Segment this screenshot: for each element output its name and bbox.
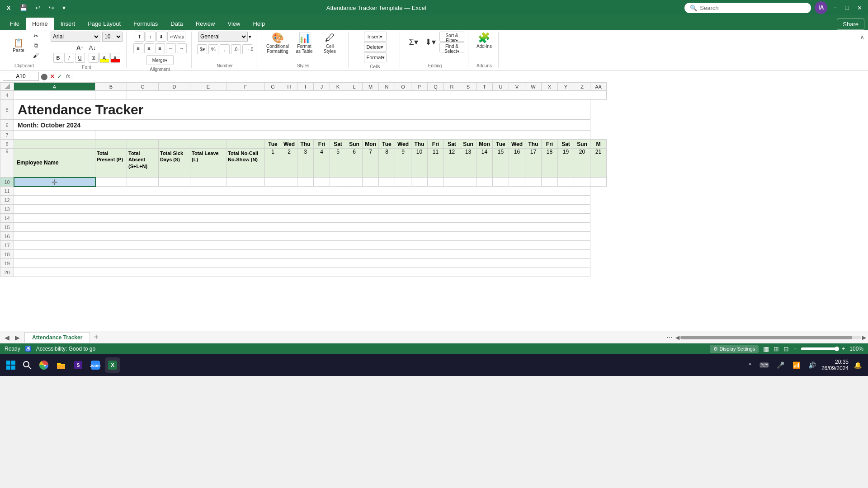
col-header-U[interactable]: U [493, 83, 509, 91]
cell-X10[interactable] [542, 178, 558, 187]
cell-reference-box[interactable] [3, 72, 39, 81]
sort-filter-button[interactable]: Sort & Filter▾ [439, 32, 464, 42]
italic-button[interactable]: I [64, 53, 74, 63]
cell-styles-button[interactable]: 🖊 Cell Styles [319, 32, 341, 55]
taskbar-search-button[interactable] [20, 358, 34, 372]
cell-R9-d12[interactable]: 12 [444, 149, 460, 178]
wifi-button[interactable]: 📶 [790, 359, 803, 371]
font-size-select[interactable]: 10 11 12 14 [102, 32, 123, 42]
col-header-R[interactable]: R [444, 83, 460, 91]
zoom-handle[interactable] [835, 347, 839, 351]
cell-AA8-mon[interactable]: M [590, 140, 607, 149]
col-header-L[interactable]: L [346, 83, 363, 91]
bold-button[interactable]: B [53, 53, 63, 63]
zoom-app-button[interactable]: zoom [88, 357, 103, 373]
cell-E9-leave[interactable]: Total Leave (L) [190, 149, 226, 178]
cell-A9-employee[interactable]: Employee Name [14, 149, 95, 178]
format-painter-button[interactable]: 🖌 [31, 51, 41, 60]
cell-I8-thu[interactable]: Thu [297, 140, 314, 149]
file-explorer-button[interactable] [53, 357, 69, 373]
insert-cells-button[interactable]: Insert▾ [364, 32, 387, 42]
autosum-button[interactable]: Σ▾ [406, 37, 421, 47]
col-header-Y[interactable]: Y [558, 83, 574, 91]
row-11-cells[interactable] [14, 187, 590, 196]
col-header-J[interactable]: J [314, 83, 330, 91]
cell-W9-d17[interactable]: 17 [525, 149, 542, 178]
cell-E8[interactable] [190, 140, 226, 149]
cell-V10[interactable] [509, 178, 525, 187]
col-header-I[interactable]: I [297, 83, 314, 91]
close-button[interactable]: ✕ [855, 4, 864, 12]
tab-help[interactable]: Help [246, 18, 271, 30]
cell-G8-tue[interactable]: Tue [265, 140, 281, 149]
tab-review[interactable]: Review [189, 18, 222, 30]
col-header-P[interactable]: P [411, 83, 428, 91]
cell-C4-rest[interactable] [127, 91, 607, 100]
col-header-AA[interactable]: AA [590, 83, 607, 91]
cell-H8-wed[interactable]: Wed [281, 140, 297, 149]
cell-O8-wed[interactable]: Wed [395, 140, 411, 149]
cell-J10[interactable] [314, 178, 330, 187]
addins-button[interactable]: 🧩 Add-ins [474, 32, 495, 50]
tab-page-layout[interactable]: Page Layout [81, 18, 127, 30]
col-header-Q[interactable]: Q [428, 83, 444, 91]
microphone-button[interactable]: 🎤 [774, 359, 787, 371]
cell-C9-absent[interactable]: Total Absent (S+L+N) [127, 149, 159, 178]
col-header-A[interactable]: A [14, 83, 95, 91]
avatar[interactable]: IA [815, 1, 827, 14]
cell-AA10[interactable] [590, 178, 607, 187]
col-header-M[interactable]: M [363, 83, 379, 91]
maximize-button[interactable]: □ [843, 3, 851, 12]
cell-D8[interactable] [159, 140, 190, 149]
accounting-format-button[interactable]: $▾ [197, 44, 207, 54]
format-as-table-button[interactable]: 📊 Format as Table [292, 32, 317, 55]
col-header-X[interactable]: X [542, 83, 558, 91]
cell-B9-present[interactable]: Total Present (P) [95, 149, 127, 178]
align-middle-button[interactable]: ↕ [146, 32, 156, 42]
redo-button[interactable]: ↪ [47, 3, 57, 12]
clock[interactable]: 20:35 26/09/2024 [821, 359, 849, 371]
cell-S10[interactable] [460, 178, 476, 187]
row-19-cells[interactable] [14, 259, 590, 268]
undo-button[interactable]: ↩ [33, 3, 43, 12]
tab-home[interactable]: Home [26, 18, 54, 30]
tab-file[interactable]: File [4, 18, 26, 30]
col-header-S[interactable]: S [460, 83, 476, 91]
cell-N10[interactable] [379, 178, 395, 187]
cancel-formula-button[interactable]: ✕ [50, 73, 55, 80]
cell-F8[interactable] [226, 140, 265, 149]
col-header-Z[interactable]: Z [574, 83, 590, 91]
col-header-T[interactable]: T [476, 83, 493, 91]
cell-I9-d3[interactable]: 3 [297, 149, 314, 178]
minimize-button[interactable]: − [831, 3, 839, 12]
cell-Y10[interactable] [558, 178, 574, 187]
cell-U10[interactable] [493, 178, 509, 187]
cell-U9-d15[interactable]: 15 [493, 149, 509, 178]
cell-F9-nocall[interactable]: Total No-Call No-Show (N) [226, 149, 265, 178]
cell-A7[interactable] [14, 131, 95, 140]
row-17-cells[interactable] [14, 241, 590, 250]
cell-Z10[interactable] [574, 178, 590, 187]
cell-Q8-fri[interactable]: Fri [428, 140, 444, 149]
tab-insert[interactable]: Insert [54, 18, 82, 30]
cell-S8-sun[interactable]: Sun [460, 140, 476, 149]
taskbar-app4-button[interactable]: S [71, 357, 86, 373]
spreadsheet-container[interactable]: A B C D E F G H I J K L M N O P Q R S T [0, 82, 868, 331]
collapse-ribbon-button[interactable]: ∧ [860, 33, 864, 41]
cell-C8[interactable] [127, 140, 159, 149]
keyboard-icon-button[interactable]: ⌨ [757, 359, 771, 371]
merge-center-button[interactable]: Merge▾ [146, 55, 174, 65]
cell-I10[interactable] [297, 178, 314, 187]
cell-V8-wed[interactable]: Wed [509, 140, 525, 149]
cell-D10[interactable] [159, 178, 190, 187]
customize-qat-button[interactable]: ▾ [60, 3, 68, 12]
tab-view[interactable]: View [221, 18, 246, 30]
tab-formulas[interactable]: Formulas [127, 18, 164, 30]
fill-button[interactable]: ⬇▾ [422, 37, 439, 47]
page-layout-view-button[interactable]: ⊞ [774, 345, 779, 352]
sheet-tab[interactable]: Attendance Tracker [24, 332, 90, 343]
decrease-decimal-button[interactable]: .0← [231, 44, 241, 54]
cell-T10[interactable] [476, 178, 493, 187]
row-15-cells[interactable] [14, 223, 590, 232]
cell-O10[interactable] [395, 178, 411, 187]
